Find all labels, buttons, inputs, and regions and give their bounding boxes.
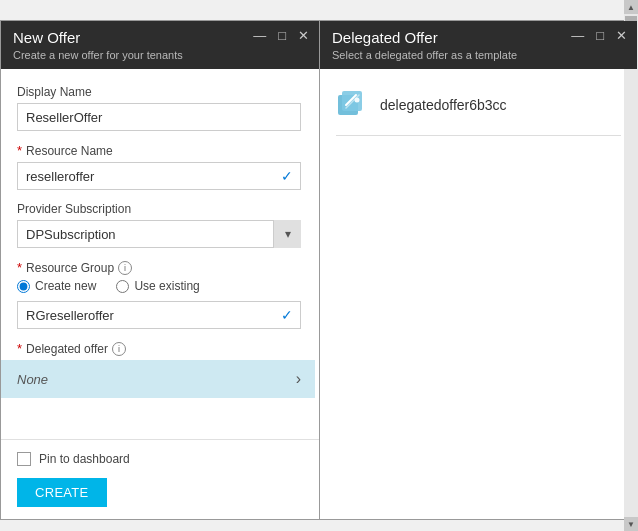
delegated-offer-section[interactable]: None › (1, 360, 315, 398)
new-offer-title: New Offer (13, 29, 80, 46)
resource-group-required: * (17, 260, 22, 275)
delegated-offer-value: None (17, 372, 48, 387)
resource-name-input-wrapper: ✓ (17, 162, 301, 190)
delegated-offer-title-bar: Delegated Offer — □ ✕ Select a delegated… (320, 21, 637, 69)
pin-checkbox[interactable] (17, 452, 31, 466)
delegated-offer-window: Delegated Offer — □ ✕ Select a delegated… (320, 20, 638, 520)
delegated-offer-title: Delegated Offer (332, 29, 438, 46)
create-button[interactable]: Create (17, 478, 107, 507)
pin-row: Pin to dashboard (17, 452, 303, 466)
display-name-input[interactable] (17, 103, 301, 131)
minimize-button[interactable]: — (251, 29, 268, 42)
offer-name: delegatedoffer6b3cc (380, 97, 507, 113)
close-button[interactable]: ✕ (296, 29, 311, 42)
new-offer-window-controls: — □ ✕ (251, 29, 311, 42)
new-offer-window: New Offer — □ ✕ Create a new offer for y… (0, 20, 320, 520)
use-existing-radio[interactable] (116, 280, 129, 293)
delegated-offer-info-icon[interactable]: i (112, 342, 126, 356)
pin-label: Pin to dashboard (39, 452, 130, 466)
delegated-offer-label-row: * Delegated offer i (17, 341, 301, 356)
provider-subscription-wrapper: DPSubscription (17, 220, 301, 248)
resource-name-label: * Resource Name (17, 143, 301, 158)
maximize-button[interactable]: □ (276, 29, 288, 42)
display-name-group: Display Name (17, 85, 301, 131)
resource-name-required: * (17, 143, 22, 158)
offer-item[interactable]: delegatedoffer6b3cc (336, 89, 621, 136)
resource-name-input[interactable] (17, 162, 301, 190)
resource-group-label: * Resource Group i (17, 260, 301, 275)
new-offer-subtitle: Create a new offer for your tenants (13, 49, 309, 61)
right-minimize-button[interactable]: — (569, 29, 586, 42)
create-new-radio[interactable] (17, 280, 30, 293)
resource-group-input-wrapper: ✓ (17, 301, 301, 329)
resource-name-check-icon: ✓ (281, 168, 293, 184)
delegated-offer-required: * (17, 341, 22, 356)
resource-name-group: * Resource Name ✓ (17, 143, 301, 190)
delegated-offer-group: * Delegated offer i None › (17, 341, 301, 398)
resource-group-info-icon[interactable]: i (118, 261, 132, 275)
display-name-label: Display Name (17, 85, 301, 99)
resource-group-radio-group: Create new Use existing (17, 279, 301, 293)
bottom-area: Pin to dashboard Create (1, 439, 319, 519)
chevron-right-icon: › (296, 370, 301, 388)
resource-group-group: * Resource Group i Create new Use existi… (17, 260, 301, 329)
provider-subscription-select[interactable]: DPSubscription (17, 220, 301, 248)
resource-group-check-icon: ✓ (281, 307, 293, 323)
provider-subscription-label: Provider Subscription (17, 202, 301, 216)
right-close-button[interactable]: ✕ (614, 29, 629, 42)
new-offer-content: Display Name * Resource Name ✓ (1, 69, 319, 439)
tag-icon (336, 89, 368, 121)
create-new-label: Create new (35, 279, 96, 293)
offer-icon (336, 89, 368, 121)
delegated-offer-window-controls: — □ ✕ (569, 29, 629, 42)
delegated-offer-content: delegatedoffer6b3cc (320, 69, 637, 156)
create-new-radio-label[interactable]: Create new (17, 279, 96, 293)
resource-group-input[interactable] (17, 301, 301, 329)
delegated-offer-subtitle: Select a delegated offer as a template (332, 49, 627, 61)
new-offer-title-bar: New Offer — □ ✕ Create a new offer for y… (1, 21, 319, 69)
use-existing-label: Use existing (134, 279, 199, 293)
use-existing-radio-label[interactable]: Use existing (116, 279, 199, 293)
right-maximize-button[interactable]: □ (594, 29, 606, 42)
provider-subscription-group: Provider Subscription DPSubscription (17, 202, 301, 248)
